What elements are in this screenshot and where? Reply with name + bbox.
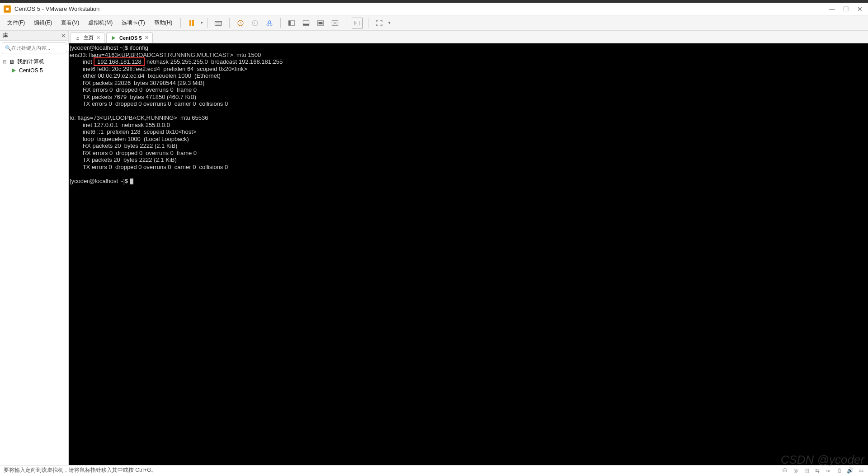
terminal-output: netmask 255.255.255.0 broadcast 192.168.… xyxy=(145,58,283,65)
menu-edit[interactable]: 编辑(E) xyxy=(29,17,57,28)
tree-item-centos5[interactable]: CentOS 5 xyxy=(3,66,66,75)
separator xyxy=(280,18,281,28)
sidebar-header: 库 ✕ xyxy=(0,31,68,41)
vm-running-icon xyxy=(110,35,117,41)
pause-button[interactable] xyxy=(186,18,197,28)
terminal-output: TX packets 20 bytes 2222 (2.1 KiB) xyxy=(70,156,177,163)
console-icon xyxy=(353,19,361,27)
printer-icon[interactable]: ⎙ xyxy=(835,467,843,474)
content-area: 库 ✕ 🔍 ▾ ⊟ 🖥 我的计算机 CentOS 5 ⌂ 主页 xyxy=(0,31,868,465)
manage-snapshots-button[interactable] xyxy=(264,18,275,28)
terminal-output: inet6 ::1 prefixlen 128 scopeid 0x10<hos… xyxy=(70,128,196,135)
svg-rect-19 xyxy=(354,21,360,25)
terminal-prompt: [ycoder@localhost ~]$ xyxy=(70,44,130,51)
terminal-prompt: [ycoder@localhost ~]$ xyxy=(70,178,130,184)
disk-icon[interactable]: ⛁ xyxy=(781,467,788,474)
usb-icon[interactable]: ⬰ xyxy=(825,467,832,474)
terminal-output: RX packets 20 bytes 2222 (2.1 KiB) xyxy=(70,142,177,149)
tree-root-my-computer[interactable]: ⊟ 🖥 我的计算机 xyxy=(3,57,66,66)
terminal-output: RX packets 22026 bytes 30798544 (29.3 Mi… xyxy=(70,80,204,86)
tab-centos5[interactable]: CentOS 5 ✕ xyxy=(106,32,153,43)
status-bar: 要将输入定向到该虚拟机，请将鼠标指针移入其中或按 Ctrl+G。 ⛁ ◎ ▤ ⇆… xyxy=(0,465,868,475)
tab-home[interactable]: ⌂ 主页 ✕ xyxy=(71,32,104,43)
chevron-down-icon[interactable]: ▼ xyxy=(387,21,391,25)
terminal-output: ether 00:0c:29:e2:ec:d4 txqueuelen 1000 … xyxy=(70,72,221,79)
console-view-button[interactable] xyxy=(352,18,363,28)
svg-point-8 xyxy=(267,24,269,26)
search-input[interactable] xyxy=(11,45,74,51)
display-icon[interactable]: ▭ xyxy=(857,467,864,474)
vm-running-icon xyxy=(10,67,17,74)
terminal-output: TX errors 0 dropped 0 overruns 0 carrier… xyxy=(70,164,228,170)
terminal-output: RX errors 0 dropped 0 overruns 0 frame 0 xyxy=(70,86,197,93)
snapshot-button[interactable] xyxy=(235,18,246,28)
vm-console-terminal[interactable]: [ycoder@localhost ~]$ ifconfig ens33: fl… xyxy=(69,43,868,465)
sidebar-title: 库 xyxy=(3,32,8,39)
menu-file[interactable]: 文件(F) xyxy=(3,17,29,28)
floppy-icon[interactable]: ▤ xyxy=(803,467,810,474)
separator xyxy=(207,18,208,28)
terminal-output: lo: flags=73<UP,LOOPBACK,RUNNING> mtu 65… xyxy=(70,114,208,121)
tab-close-button[interactable]: ✕ xyxy=(96,35,100,41)
menu-bar: 文件(F) 编辑(E) 查看(V) 虚拟机(M) 选项卡(T) 帮助(H) ▼ … xyxy=(0,15,868,31)
pause-icon xyxy=(189,20,194,26)
layout-none-icon xyxy=(331,19,339,27)
menu-vm[interactable]: 虚拟机(M) xyxy=(84,17,117,28)
main-panel: ⌂ 主页 ✕ CentOS 5 ✕ [ycoder@localhost ~]$ … xyxy=(69,31,868,465)
menu-view[interactable]: 查看(V) xyxy=(57,17,84,28)
svg-marker-21 xyxy=(112,36,116,40)
svg-rect-13 xyxy=(303,24,310,25)
sidebar-search[interactable]: 🔍 ▾ xyxy=(2,42,66,53)
minimize-button[interactable]: — xyxy=(829,5,835,13)
sidebar: 库 ✕ 🔍 ▾ ⊟ 🖥 我的计算机 CentOS 5 xyxy=(0,31,69,465)
send-ctrl-alt-del-button[interactable] xyxy=(213,18,224,28)
terminal-output: TX errors 0 dropped 0 overruns 0 carrier… xyxy=(70,100,228,107)
window-controls: — ☐ ✕ xyxy=(829,5,863,13)
separator xyxy=(180,18,181,28)
clock-icon xyxy=(236,19,245,27)
separator xyxy=(346,18,346,28)
separator xyxy=(229,18,230,28)
layout-sidebar-button[interactable] xyxy=(286,18,297,28)
menu-help[interactable]: 帮助(H) xyxy=(150,17,177,28)
chevron-down-icon[interactable]: ▼ xyxy=(200,21,203,25)
fullscreen-icon xyxy=(375,19,383,27)
tab-home-label: 主页 xyxy=(84,34,94,41)
tab-close-button[interactable]: ✕ xyxy=(145,35,149,41)
terminal-output: inet 127.0.0.1 netmask 255.0.0.0 xyxy=(70,122,170,128)
svg-rect-11 xyxy=(289,20,291,25)
expand-icon[interactable]: ⊟ xyxy=(3,59,8,64)
svg-rect-2 xyxy=(215,21,222,25)
layout-single-button[interactable] xyxy=(315,18,326,28)
tree-item-label: CentOS 5 xyxy=(19,67,43,74)
highlighted-ip: 192.168.181.128 xyxy=(94,57,145,66)
computer-icon: 🖥 xyxy=(8,59,15,65)
svg-point-6 xyxy=(252,20,258,26)
terminal-output: inet xyxy=(70,58,94,65)
status-hint: 要将输入定向到该虚拟机，请将鼠标指针移入其中或按 Ctrl+G。 xyxy=(4,466,156,474)
sound-icon[interactable]: 🔊 xyxy=(846,467,854,474)
library-tree: ⊟ 🖥 我的计算机 CentOS 5 xyxy=(0,55,68,76)
search-icon: 🔍 xyxy=(5,45,11,51)
terminal-command: ifconfig xyxy=(130,44,148,51)
terminal-output: RX errors 0 dropped 0 overruns 0 frame 0 xyxy=(70,150,197,156)
status-device-icons: ⛁ ◎ ▤ ⇆ ⬰ ⎙ 🔊 ▭ xyxy=(781,467,864,474)
cd-icon[interactable]: ◎ xyxy=(792,467,799,474)
keyboard-icon xyxy=(214,19,222,27)
fullscreen-button[interactable] xyxy=(374,18,385,28)
sidebar-close-button[interactable]: ✕ xyxy=(61,33,66,39)
layout-single-icon xyxy=(316,19,325,27)
tree-root-label: 我的计算机 xyxy=(17,58,44,66)
window-title: CentOS 5 - VMware Workstation xyxy=(14,5,829,12)
vmware-icon xyxy=(4,5,11,13)
network-icon[interactable]: ⇆ xyxy=(814,467,821,474)
terminal-output: loop txqueuelen 1000 (Local Loopback) xyxy=(70,136,189,142)
close-button[interactable]: ✕ xyxy=(857,5,863,13)
layout-none-button[interactable] xyxy=(330,18,340,28)
menu-tabs[interactable]: 选项卡(T) xyxy=(117,17,149,28)
layout-bottom-button[interactable] xyxy=(301,18,311,28)
maximize-button[interactable]: ☐ xyxy=(843,5,849,13)
svg-point-9 xyxy=(270,24,273,26)
revert-button[interactable] xyxy=(250,18,260,28)
svg-rect-1 xyxy=(6,8,9,10)
